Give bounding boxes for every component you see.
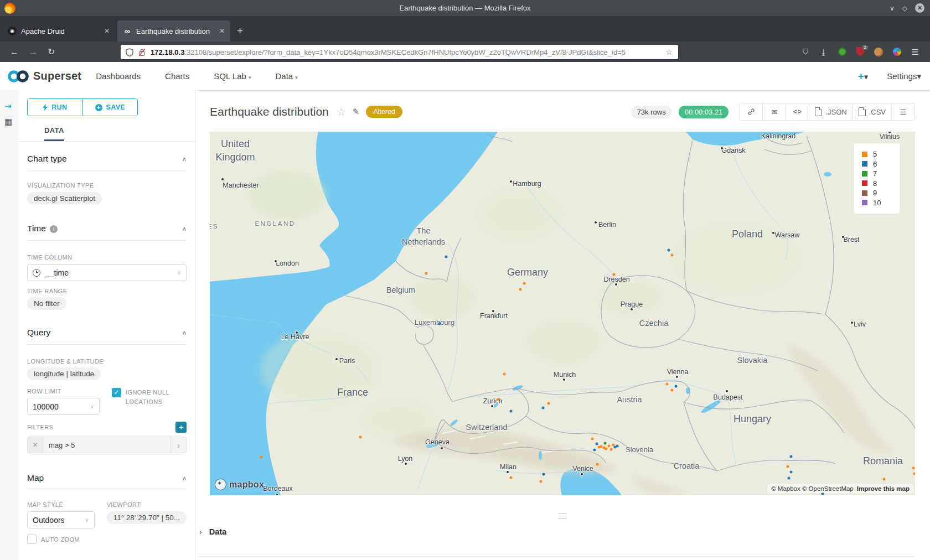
- query-timer-badge: 00:00:03.21: [679, 106, 729, 118]
- tab-bar: ◉ Apache Druid ✕ ∞ Earthquake distributi…: [0, 16, 930, 42]
- viz-type-value[interactable]: deck.gl Scatterplot: [27, 192, 102, 205]
- filters-label: FILTERS: [27, 424, 53, 431]
- more-options-button[interactable]: ☰: [891, 103, 915, 121]
- new-tab-button[interactable]: +: [237, 25, 243, 37]
- nav-sql-lab[interactable]: SQL Lab▾: [214, 71, 251, 81]
- legend-item: 8: [862, 179, 900, 189]
- ublock-icon[interactable]: 2: [855, 47, 865, 57]
- earthquake-point: [787, 465, 789, 468]
- reload-icon[interactable]: ↻: [48, 46, 55, 57]
- forward-icon[interactable]: →: [29, 47, 38, 57]
- chevron-right-icon[interactable]: ›: [170, 437, 186, 453]
- export-csv-button[interactable]: .CSV: [852, 103, 892, 121]
- earthquake-point: [605, 448, 608, 450]
- superset-navbar: Superset Dashboards Charts SQL Lab▾ Data…: [0, 62, 930, 91]
- embed-code-button[interactable]: <>: [786, 103, 809, 121]
- data-results-toggle[interactable]: › Data: [199, 527, 226, 536]
- back-icon[interactable]: ←: [10, 47, 19, 57]
- section-time[interactable]: Timei ∧: [27, 224, 187, 241]
- section-map[interactable]: Map∧: [27, 473, 187, 490]
- add-new-button[interactable]: +▾: [858, 70, 869, 82]
- maximize-icon[interactable]: ◇: [902, 4, 907, 12]
- tab-apache-druid[interactable]: ◉ Apache Druid ✕: [2, 20, 115, 42]
- earthquake-point: [438, 323, 441, 325]
- section-chart-type[interactable]: Chart type∧: [27, 154, 187, 171]
- row-count-badge: 73k rows: [631, 106, 672, 118]
- ignore-null-checkbox[interactable]: ✓: [112, 388, 121, 397]
- minimize-icon[interactable]: ∨: [890, 4, 895, 12]
- close-icon[interactable]: ✕: [915, 3, 924, 13]
- map-attribution[interactable]: © Mapbox © OpenStreetMapImprove this map: [767, 484, 913, 493]
- plus-circle-icon: +: [95, 104, 102, 111]
- superset-logo[interactable]: Superset: [7, 69, 81, 84]
- map-style-select[interactable]: Outdoors ∨: [27, 511, 95, 528]
- panel-drag-handle[interactable]: [558, 514, 567, 518]
- earthquake-point: [425, 272, 428, 275]
- extension-pinwheel-icon[interactable]: [892, 47, 902, 57]
- lonlat-value[interactable]: longitude | latitude: [27, 367, 101, 380]
- window-title: Earthquake distribution — Mozilla Firefo…: [0, 4, 930, 12]
- url-text[interactable]: 172.18.0.3:32108/superset/explore/?form_…: [151, 48, 660, 56]
- time-range-value[interactable]: No filter: [27, 297, 66, 310]
- favorite-star-icon[interactable]: ☆: [337, 106, 346, 118]
- time-column-select[interactable]: __time ∨: [27, 264, 187, 281]
- tab-close-icon[interactable]: ✕: [104, 27, 110, 35]
- earthquake-point: [608, 445, 611, 448]
- earthquake-point: [671, 254, 674, 257]
- save-button[interactable]: +SAVE: [82, 99, 138, 116]
- add-filter-button[interactable]: +: [175, 422, 187, 433]
- remove-filter-icon[interactable]: ✕: [28, 437, 43, 453]
- earthquake-point: [503, 373, 506, 376]
- nav-charts[interactable]: Charts: [165, 71, 189, 81]
- divider: [198, 556, 915, 557]
- chevron-down-icon: ∨: [177, 269, 181, 276]
- filter-chip[interactable]: ✕ mag > 5 ›: [27, 437, 187, 453]
- file-icon: [859, 107, 866, 116]
- collapse-panel-icon[interactable]: ⇥: [4, 101, 12, 111]
- cookie-icon[interactable]: [874, 47, 884, 57]
- tab-data[interactable]: DATA: [44, 126, 64, 141]
- tab-earthquake-distribution[interactable]: ∞ Earthquake distribution ✕: [117, 20, 230, 42]
- earthquake-point: [666, 383, 669, 386]
- legend-swatch: [862, 200, 867, 205]
- chevron-right-icon: ›: [199, 527, 202, 536]
- url-bar[interactable]: 172.18.0.3:32108/superset/explore/?form_…: [121, 45, 678, 59]
- email-button[interactable]: ✉: [762, 103, 786, 121]
- downloads-icon[interactable]: ⭳: [819, 47, 829, 57]
- menu-icon[interactable]: ☰: [910, 47, 920, 57]
- earthquake-point: [591, 438, 594, 440]
- run-button[interactable]: RUN: [28, 99, 82, 116]
- legend-swatch: [862, 180, 867, 186]
- viewport-value[interactable]: 11° 28' 29.70" | 50...: [107, 511, 187, 524]
- row-limit-select[interactable]: 100000 ∨: [27, 398, 100, 415]
- deckgl-scatterplot-map[interactable]: United KingdomENGLANDESThe NetherlandsBe…: [210, 132, 915, 495]
- legend-label: 6: [873, 160, 877, 168]
- envelope-icon: ✉: [771, 108, 777, 116]
- tab-close-icon[interactable]: ✕: [219, 27, 225, 35]
- pocket-shield-icon[interactable]: ⛉: [800, 47, 810, 57]
- tracking-shield-icon[interactable]: [126, 48, 133, 56]
- edit-properties-icon[interactable]: ✎: [353, 107, 360, 117]
- earthquake-point: [616, 445, 619, 448]
- mapbox-logo[interactable]: mapbox: [215, 479, 264, 490]
- earthquake-point: [542, 473, 545, 476]
- map-style-label: MAP STYLE: [27, 501, 95, 508]
- extension-green-icon[interactable]: [837, 47, 847, 57]
- export-json-button[interactable]: .JSON: [809, 103, 852, 121]
- improve-map-link[interactable]: Improve this map: [857, 485, 910, 492]
- mapbox-icon: [215, 479, 226, 490]
- legend-swatch: [862, 152, 867, 157]
- nav-dashboards[interactable]: Dashboards: [96, 71, 141, 81]
- legend-label: 8: [873, 179, 877, 188]
- screen: Earthquake distribution — Mozilla Firefo…: [0, 0, 930, 560]
- copy-link-button[interactable]: [739, 103, 763, 121]
- bookmark-star-icon[interactable]: ☆: [665, 48, 673, 56]
- insecure-lock-icon[interactable]: [138, 48, 146, 56]
- dataset-grid-icon[interactable]: ▦: [4, 117, 12, 127]
- settings-menu[interactable]: Settings▾: [887, 71, 921, 81]
- nav-data[interactable]: Data▾: [275, 71, 297, 81]
- lonlat-label: LONGITUDE & LATITUDE: [27, 358, 187, 365]
- auto-zoom-checkbox[interactable]: [27, 535, 37, 544]
- legend-item: 10: [862, 198, 900, 208]
- section-query[interactable]: Query∧: [27, 328, 187, 345]
